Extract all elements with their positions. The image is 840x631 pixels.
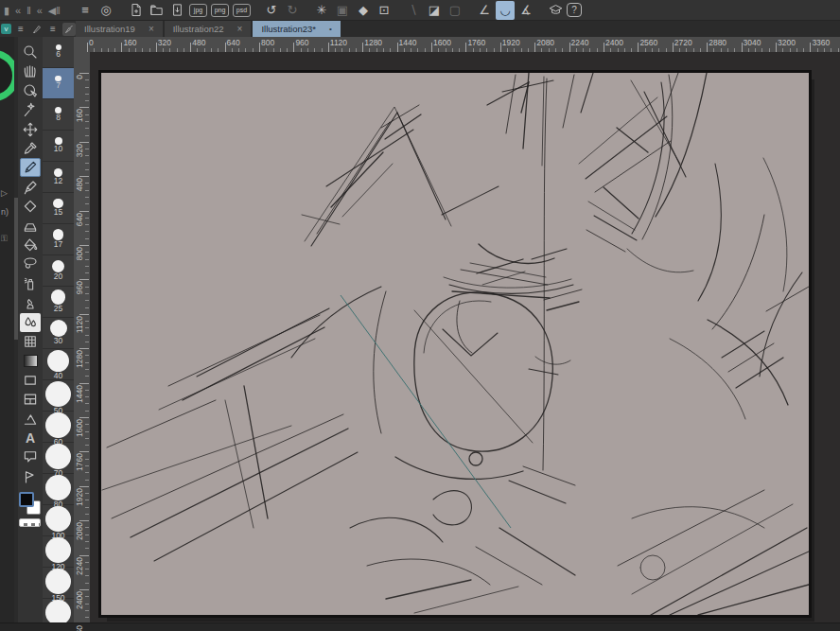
brush-dot-icon — [45, 537, 71, 563]
main-color-swatch[interactable] — [19, 492, 34, 507]
brush-size-170[interactable]: 170 — [43, 599, 74, 622]
close-tab-icon[interactable]: × — [237, 24, 243, 34]
sketch-stroke — [414, 587, 518, 613]
polyline-tool[interactable] — [20, 410, 41, 429]
color-wheel-icon[interactable] — [0, 50, 14, 101]
sketch-stroke — [414, 292, 552, 451]
text-tool[interactable]: A — [20, 429, 41, 447]
move-tool[interactable] — [20, 120, 41, 139]
brush-size-20[interactable]: 20 — [43, 255, 74, 287]
collapse-left-icon[interactable]: « — [15, 1, 21, 20]
gradient-tool[interactable] — [20, 351, 41, 370]
text-tool-glyph: A — [26, 430, 35, 446]
pen-small-icon[interactable] — [30, 23, 44, 36]
snap-square-icon[interactable]: ▣ — [333, 1, 352, 20]
transparent-color-swatch[interactable] — [19, 518, 41, 527]
tab-illustration23*[interactable]: Illustration23*• — [253, 21, 340, 37]
sketch-stroke — [479, 244, 554, 263]
brush-size-17[interactable]: 17 — [43, 224, 74, 255]
brush-size-12[interactable]: 12 — [43, 162, 74, 193]
brush-size-label: 30 — [54, 337, 62, 345]
export-psd-badge[interactable]: psd — [233, 4, 251, 17]
icon-shape — [22, 448, 39, 465]
eraser-tool[interactable] — [20, 217, 41, 236]
airbrush-tool[interactable] — [20, 274, 41, 293]
redo-icon[interactable]: ↻ — [283, 1, 302, 20]
brush-size-100[interactable]: 100 — [43, 505, 74, 536]
brush-size-30[interactable]: 30 — [43, 318, 74, 349]
export-file-icon[interactable] — [167, 1, 186, 20]
help-icon[interactable]: ? — [567, 3, 582, 17]
eyedropper-tool[interactable] — [20, 139, 41, 158]
unsaved-dot-icon[interactable]: • — [329, 25, 332, 33]
new-canvas-icon[interactable] — [126, 1, 145, 20]
brush-size-25[interactable]: 25 — [43, 287, 74, 318]
sketch-stroke — [586, 230, 625, 252]
menu-icon[interactable]: ≡ — [76, 1, 95, 20]
brush-size-60[interactable]: 60 — [43, 412, 74, 443]
open-file-icon[interactable] — [147, 1, 166, 20]
eraser-switch-icon[interactable]: ◆ — [354, 1, 373, 20]
auto-select-tool[interactable] — [20, 100, 41, 119]
liquify-tool[interactable] — [20, 332, 41, 351]
marker-tool[interactable] — [20, 178, 41, 197]
pen-menu-icon[interactable]: ≡ — [14, 23, 27, 36]
brush-size-50[interactable]: 50 — [43, 380, 74, 412]
canvas[interactable] — [101, 73, 809, 615]
blend-tool[interactable] — [20, 313, 41, 332]
icon-shape — [22, 333, 39, 350]
brush-size-40[interactable]: 40 — [43, 349, 74, 380]
brush-size-6[interactable]: 6 — [43, 37, 74, 68]
snap-straight-icon[interactable]: ∖ — [404, 1, 423, 20]
brush-size-7[interactable]: 7 — [43, 68, 74, 99]
material-icon[interactable] — [546, 1, 565, 20]
undo-icon[interactable]: ↺ — [262, 1, 281, 20]
brush-size-70[interactable]: 70 — [43, 443, 74, 474]
lasso-tool[interactable] — [20, 254, 41, 273]
brush-menu-icon[interactable]: ≡ — [46, 23, 60, 36]
app-logo-icon[interactable]: ◎ — [96, 1, 115, 20]
brush-size-8[interactable]: 8 — [43, 99, 74, 131]
ruler-label: 960 — [75, 281, 84, 294]
close-tab-icon[interactable]: × — [149, 24, 154, 34]
hand-tool[interactable] — [20, 61, 41, 80]
sketch-stroke — [469, 452, 482, 465]
frame-border-tool[interactable] — [20, 390, 41, 409]
reset-rotation-icon[interactable]: ✳ — [312, 1, 331, 20]
decoration-tool[interactable] — [20, 293, 41, 312]
brush-dot-icon — [52, 260, 64, 272]
balloon-tool[interactable] — [20, 447, 41, 466]
tab-illustration22[interactable]: Illustration22× — [165, 21, 252, 37]
export-png-badge[interactable]: png — [211, 4, 229, 17]
kneaded-eraser-tool[interactable] — [20, 197, 41, 216]
panel-divider-icon[interactable]: ‖ — [26, 1, 31, 20]
tab-illustration19[interactable]: Illustration19× — [76, 21, 163, 37]
collapse-left-2-icon[interactable]: « — [37, 1, 43, 20]
dock-left-icon[interactable]: ◀‖ — [48, 1, 61, 20]
snap-guide-icon[interactable]: ∡ — [516, 1, 535, 20]
zoom-tool[interactable] — [20, 43, 41, 61]
transform-frame-icon[interactable]: ⊡ — [375, 1, 394, 20]
brush-size-150[interactable]: 150 — [43, 568, 74, 599]
brush-small-icon[interactable] — [62, 23, 76, 36]
icon-shape — [128, 2, 144, 18]
pen-tool[interactable] — [20, 158, 41, 177]
brush-size-10[interactable]: 10 — [43, 131, 74, 162]
stream-line-tool[interactable] — [20, 467, 41, 486]
fill-tool[interactable] — [20, 236, 41, 254]
palette-visibility-toggle[interactable]: v — [1, 24, 11, 34]
export-jpg-badge[interactable]: jpg — [189, 4, 207, 17]
snap-special-ruler-icon[interactable]: ◡ — [496, 1, 515, 20]
ruler-label: 160 — [123, 38, 136, 47]
sketch-stroke — [644, 92, 686, 177]
snap-halftone-icon[interactable]: ◪ — [425, 1, 444, 20]
snap-ruler-icon[interactable]: ∠ — [475, 1, 494, 20]
figure-tool[interactable] — [20, 371, 41, 390]
brush-size-15[interactable]: 15 — [43, 193, 74, 224]
snap-plain-icon[interactable]: ▢ — [446, 1, 464, 20]
panel-handle-icon[interactable]: ▮ — [4, 1, 9, 20]
brush-size-120[interactable]: 120 — [43, 536, 74, 568]
icon-shape — [63, 24, 75, 35]
operation-tool[interactable] — [20, 81, 41, 100]
brush-size-80[interactable]: 80 — [43, 474, 74, 505]
